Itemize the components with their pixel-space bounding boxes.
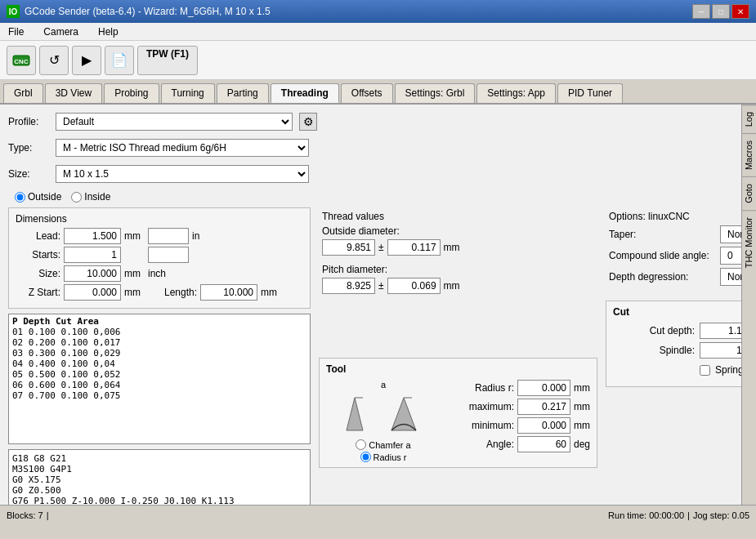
lead-in-input[interactable] [148, 228, 189, 244]
outside-tolerance-input[interactable] [387, 239, 441, 256]
pitch-unit: mm [444, 280, 460, 292]
tool-inner: a [326, 380, 590, 462]
radius-tool-icon [387, 390, 424, 434]
tab-turning[interactable]: Turning [161, 83, 215, 103]
outside-radio-label[interactable]: Outside [15, 191, 61, 203]
minimize-button[interactable]: ─ [692, 4, 710, 19]
cut-depth-input[interactable] [700, 323, 741, 339]
zstart-input[interactable] [64, 284, 121, 301]
radius-radio[interactable] [360, 452, 371, 462]
toolbar-file-icon[interactable]: 📄 [105, 46, 134, 75]
tab-pid-tuner[interactable]: PID Tuner [557, 83, 623, 103]
tool-max-input[interactable] [517, 399, 570, 415]
list-item: 07 0.700 0.100 0,075 [12, 390, 306, 401]
run-time-status: Run time: 00:00:00 [608, 510, 684, 520]
blocks-status: Blocks: 7 [7, 510, 43, 520]
side-tab-thc-monitor[interactable]: THC Monitor [742, 210, 756, 274]
outside-diameter-group: Outside diameter: ± mm [322, 225, 594, 256]
depth-degression-label: Depth degression: [609, 271, 715, 283]
maximize-button[interactable]: □ [712, 4, 730, 19]
type-row: Type: M - Metric ISO Thread medium 6g/6H [8, 139, 733, 157]
cut-depth-row: Cut depth: mm [613, 323, 741, 339]
menu-file[interactable]: File [3, 24, 29, 39]
toolbar-reset-icon[interactable]: ↺ [39, 46, 69, 75]
spring-passes-checkbox[interactable] [700, 365, 710, 376]
spindle-input[interactable] [700, 342, 741, 359]
tab-offsets[interactable]: Offsets [341, 83, 393, 103]
starts-label: Starts: [16, 249, 60, 261]
tab-grbl[interactable]: Grbl [3, 83, 43, 103]
toolbar-send-icon[interactable]: ▶ [72, 46, 101, 75]
close-button[interactable]: ✕ [731, 4, 749, 19]
side-tab-macros[interactable]: Macros [742, 133, 756, 176]
tool-min-row: minimum: mm [449, 417, 590, 434]
tool-min-unit: mm [574, 420, 590, 431]
pitch-diameter-input[interactable] [322, 278, 375, 294]
radius-radio-label[interactable]: Radius r [360, 452, 407, 462]
inside-radio[interactable] [71, 192, 82, 203]
outside-radio[interactable] [15, 192, 25, 203]
spring-passes-row: Spring passes: [613, 362, 741, 378]
chamfer-radio-label[interactable]: Chamfer a [356, 439, 410, 450]
tab-settings-grbl[interactable]: Settings: Grbl [395, 83, 476, 103]
depth-degression-select[interactable]: None [720, 268, 741, 286]
tool-radius-row: Radius r: mm [449, 380, 590, 396]
lead-input[interactable] [64, 228, 121, 244]
length-unit: mm [261, 287, 281, 298]
size-dim-input[interactable] [64, 265, 121, 282]
lead-unit: mm [124, 230, 145, 242]
length-label: Length: [156, 287, 197, 298]
svg-marker-2 [347, 398, 363, 430]
pitch-tolerance-input[interactable] [387, 278, 441, 294]
outside-diameter-input[interactable] [322, 239, 375, 256]
passlist-header: P Depth Cut Area [12, 316, 306, 327]
list-item: 01 0.100 0.100 0,006 [12, 327, 306, 337]
spindle-row: Spindle: RPM [613, 342, 741, 359]
zstart-row: Z Start: mm Length: mm [16, 284, 303, 301]
starts-input[interactable] [64, 247, 121, 263]
pass-list[interactable]: P Depth Cut Area 01 0.100 0.100 0,006 02… [8, 314, 311, 444]
tool-angle-unit: deg [574, 439, 590, 450]
taper-select[interactable]: None [720, 225, 741, 243]
starts-extra-input[interactable] [148, 247, 189, 263]
length-input[interactable] [200, 284, 257, 301]
menu-bar: File Camera Help [0, 23, 756, 41]
tool-radius-label: Radius r: [449, 382, 514, 394]
profile-select[interactable]: Default [56, 113, 293, 131]
tab-parting[interactable]: Parting [217, 83, 269, 103]
menu-camera[interactable]: Camera [38, 24, 83, 39]
tool-angle-input[interactable] [517, 436, 570, 452]
dimensions-section: Dimensions Lead: mm in Starts: [8, 207, 311, 309]
tool-a-label: a [381, 380, 386, 390]
toolbar: CNC ↺ ▶ 📄 TPW (F1) [0, 41, 756, 80]
tool-max-row: maximum: mm [449, 399, 590, 415]
cut-title: Cut [613, 306, 741, 318]
chamfer-label: Chamfer a [369, 440, 410, 450]
tool-max-unit: mm [574, 401, 590, 412]
tpw-button[interactable]: TPW (F1) [137, 46, 198, 75]
pitch-pm-sign: ± [378, 280, 384, 292]
lead-in-unit: in [192, 230, 212, 242]
options-section: Options: linuxCNC Taper: None mm Compoun… [606, 207, 741, 292]
list-item: 02 0.200 0.100 0,017 [12, 337, 306, 348]
tab-threading[interactable]: Threading [271, 83, 339, 103]
pitch-diameter-label: Pitch diameter: [322, 264, 594, 275]
side-tab-log[interactable]: Log [742, 105, 756, 133]
gcode-area[interactable]: G18 G8 G21 M3S100 G4P1 G0 X5.175 G0 Z0.5… [8, 449, 311, 505]
tool-min-input[interactable] [517, 417, 570, 434]
tab-probing[interactable]: Probing [104, 83, 159, 103]
tab-3d-view[interactable]: 3D View [45, 83, 102, 103]
type-select[interactable]: M - Metric ISO Thread medium 6g/6H [56, 139, 309, 157]
compound-slide-select[interactable]: 0 [720, 247, 741, 265]
spindle-label: Spindle: [613, 345, 695, 356]
toolbar-cnc-icon[interactable]: CNC [7, 46, 36, 75]
size-select[interactable]: M 10 x 1.5 [56, 165, 309, 183]
side-tab-goto[interactable]: Goto [742, 176, 756, 210]
profile-settings-button[interactable]: ⚙ [299, 113, 317, 131]
tool-radius-input[interactable] [517, 380, 570, 396]
inside-radio-label[interactable]: Inside [71, 191, 110, 203]
menu-help[interactable]: Help [93, 24, 123, 39]
tool-section: Tool a [319, 358, 597, 468]
chamfer-radio[interactable] [356, 439, 366, 450]
tab-settings-app[interactable]: Settings: App [476, 83, 556, 103]
